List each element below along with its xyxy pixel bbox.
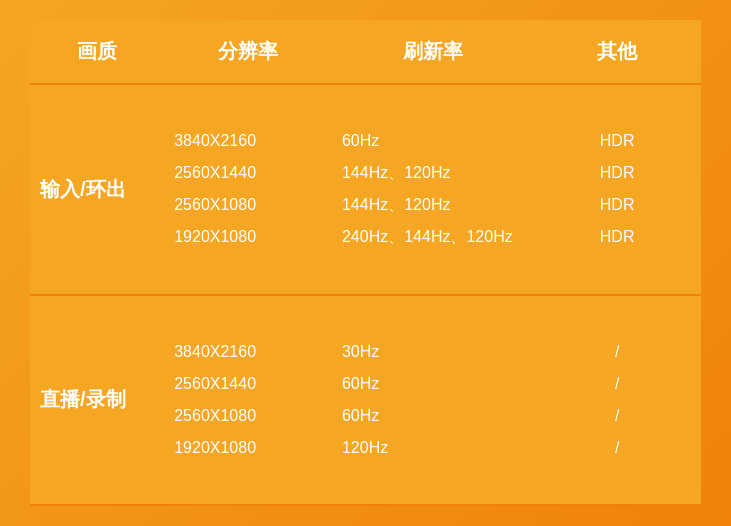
other-value: / — [543, 432, 691, 464]
resolution-value: 2560X1080 — [174, 400, 322, 432]
header-quality: 画质 — [30, 20, 164, 83]
resolution-value: 2560X1080 — [174, 189, 322, 221]
section-text-input-output: 输入/环出 — [40, 178, 126, 200]
other-value: HDR — [543, 157, 691, 189]
header-other: 其他 — [533, 20, 701, 83]
divider-bottom — [30, 504, 701, 506]
resolution-value: 3840X2160 — [174, 336, 322, 368]
spec-table: 画质 分辨率 刷新率 其他 输入/环出3840X21602560X1440256… — [30, 20, 701, 506]
other-cell-input-output: HDRHDRHDRHDR — [533, 85, 701, 294]
main-container: 画质 分辨率 刷新率 其他 输入/环出3840X21602560X1440256… — [0, 0, 731, 526]
section-label-live-record: 直播/录制 — [30, 296, 164, 505]
resolution-cell-live-record: 3840X21602560X14402560X10801920X1080 — [164, 296, 332, 505]
refresh-value: 240Hz、144Hz、120Hz — [342, 221, 523, 253]
resolution-value: 1920X1080 — [174, 432, 322, 464]
header-refresh: 刷新率 — [332, 20, 533, 83]
section-row-input-output: 输入/环出3840X21602560X14402560X10801920X108… — [30, 85, 701, 294]
other-value: HDR — [543, 189, 691, 221]
other-value: HDR — [543, 221, 691, 253]
refresh-value: 60Hz — [342, 368, 523, 400]
refresh-value: 30Hz — [342, 336, 523, 368]
resolution-value: 2560X1440 — [174, 368, 322, 400]
section-row-live-record: 直播/录制3840X21602560X14402560X10801920X108… — [30, 296, 701, 505]
refresh-value: 60Hz — [342, 125, 523, 157]
section-text-live-record: 直播/录制 — [40, 388, 126, 410]
other-value: HDR — [543, 125, 691, 157]
refresh-value: 144Hz、120Hz — [342, 189, 523, 221]
refresh-cell-live-record: 30Hz60Hz60Hz120Hz — [332, 296, 533, 505]
other-cell-live-record: //// — [533, 296, 701, 505]
refresh-cell-input-output: 60Hz144Hz、120Hz144Hz、120Hz240Hz、144Hz、12… — [332, 85, 533, 294]
table-header-row: 画质 分辨率 刷新率 其他 — [30, 20, 701, 83]
other-value: / — [543, 368, 691, 400]
section-label-input-output: 输入/环出 — [30, 85, 164, 294]
resolution-value: 3840X2160 — [174, 125, 322, 157]
resolution-cell-input-output: 3840X21602560X14402560X10801920X1080 — [164, 85, 332, 294]
refresh-value: 60Hz — [342, 400, 523, 432]
other-value: / — [543, 400, 691, 432]
other-value: / — [543, 336, 691, 368]
refresh-value: 144Hz、120Hz — [342, 157, 523, 189]
resolution-value: 1920X1080 — [174, 221, 322, 253]
refresh-value: 120Hz — [342, 432, 523, 464]
resolution-value: 2560X1440 — [174, 157, 322, 189]
header-resolution: 分辨率 — [164, 20, 332, 83]
